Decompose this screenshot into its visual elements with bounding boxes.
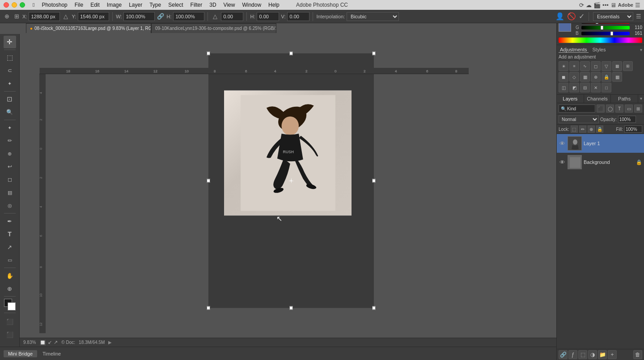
close-button[interactable] xyxy=(4,2,9,8)
menu-layer[interactable]: Layer xyxy=(126,1,145,8)
tool-spot-heal[interactable]: ✦ xyxy=(4,121,16,134)
adj-curves[interactable]: ∿ xyxy=(580,61,590,71)
tool-lasso[interactable]: ⊂ xyxy=(4,64,16,77)
layer-filter-smart[interactable]: ⊞ xyxy=(634,105,642,113)
color-swatches[interactable] xyxy=(4,299,16,310)
new-layer-btn[interactable]: + xyxy=(608,350,617,359)
tool-dodge[interactable]: ◎ xyxy=(4,199,16,212)
tab-document-1[interactable]: ● 08-iStock_000011057163Large.psd @ 9.83… xyxy=(26,23,151,33)
tool-clone[interactable]: ⊕ xyxy=(4,147,16,160)
adj-photo-filter[interactable]: ◇ xyxy=(569,72,579,82)
new-fill-btn[interactable]: ◑ xyxy=(588,350,597,359)
adj-threshold[interactable]: ◫ xyxy=(559,83,568,92)
opacity-input[interactable] xyxy=(618,116,636,123)
adj-gradient-map[interactable]: ◩ xyxy=(569,83,579,92)
menu-apple[interactable]:  xyxy=(30,1,38,8)
v-input[interactable] xyxy=(287,12,309,21)
menu-window[interactable]: Window xyxy=(239,1,264,8)
handle-bottom-right[interactable] xyxy=(372,306,376,310)
blend-mode-dropdown[interactable]: Normal Multiply Screen Overlay xyxy=(559,115,599,123)
adj-color-lookup[interactable]: ⊕ xyxy=(591,72,601,82)
tool-gradient[interactable]: ▤ xyxy=(4,186,16,199)
bottom-tab-mini-bridge[interactable]: Mini Bridge xyxy=(4,350,37,357)
background-visibility[interactable]: 👁 xyxy=(559,159,566,166)
tool-marquee[interactable]: ⬚ xyxy=(4,51,16,64)
layer-filter-shape[interactable]: ▭ xyxy=(625,105,633,113)
layer1-visibility[interactable]: 👁 xyxy=(559,140,566,147)
tool-move[interactable]: ✛ xyxy=(4,36,16,48)
link-layers-btn[interactable]: 🔗 xyxy=(559,350,568,359)
delete-layer-btn[interactable]: 🗑 xyxy=(633,350,642,359)
y-input[interactable] xyxy=(78,12,109,21)
kind-filter[interactable]: 🔍 Kind xyxy=(559,105,595,113)
handle-middle-right[interactable] xyxy=(372,179,376,183)
lock-artboard-btn[interactable]: ⊕ xyxy=(588,126,595,133)
w-input[interactable] xyxy=(123,12,155,21)
layer-item-layer1[interactable]: 👁 Layer 1 xyxy=(557,134,644,153)
layer-filter-adj[interactable]: ◯ xyxy=(606,105,614,113)
adj-4[interactable]: ✕ xyxy=(591,83,601,92)
adj-levels[interactable]: ≡ xyxy=(569,61,579,71)
workspace-dropdown[interactable]: Essentials xyxy=(593,12,633,21)
color-spectrum[interactable] xyxy=(559,38,642,43)
adj-color-balance[interactable]: ⊞ xyxy=(623,61,633,71)
adj-exposure[interactable]: ◻ xyxy=(591,61,601,71)
menu-3d[interactable]: 3D xyxy=(206,1,219,8)
tab-styles[interactable]: Styles xyxy=(591,47,607,53)
adj-hsl[interactable]: ▦ xyxy=(612,61,622,71)
layer-filter-type[interactable]: T xyxy=(615,105,623,113)
maximize-button[interactable] xyxy=(20,2,25,8)
tool-mask-mode[interactable]: ⬛ xyxy=(4,315,16,328)
menu-image[interactable]: Image xyxy=(104,1,125,8)
bottom-tab-timeline[interactable]: Timeline xyxy=(38,350,65,357)
canvas-area[interactable]: 18 16 14 12 10 8 6 4 2 0 2 4 6 8 10 12 xyxy=(20,34,556,347)
handle-top-left[interactable] xyxy=(207,52,210,55)
layer-filter-pixel[interactable]: ⬛ xyxy=(597,105,605,113)
cancel-transform-icon[interactable]: 🚫 xyxy=(567,12,576,21)
h-input[interactable] xyxy=(173,12,204,21)
lock-all-btn[interactable]: 🔒 xyxy=(596,126,603,133)
menu-edit[interactable]: Edit xyxy=(87,1,103,8)
tool-zoom[interactable]: ⊕ xyxy=(4,282,16,295)
menu-photoshop[interactable]: Photoshop xyxy=(38,1,70,8)
tab-paths[interactable]: Paths xyxy=(611,95,638,103)
menu-view[interactable]: View xyxy=(220,1,238,8)
adj-channel-mixer[interactable]: ▦ xyxy=(580,72,590,82)
adj-vibrance[interactable]: ▽ xyxy=(602,61,611,71)
tool-path-select[interactable]: ↗ xyxy=(4,241,16,253)
menu-file[interactable]: File xyxy=(72,1,86,8)
menu-type[interactable]: Type xyxy=(146,1,164,8)
adj-posterize[interactable]: ▦ xyxy=(612,72,622,82)
workspace-menu-icon[interactable]: ☰ xyxy=(636,13,641,20)
tool-eraser[interactable]: ◻ xyxy=(4,173,16,186)
tool-pen[interactable]: ✒ xyxy=(4,215,16,227)
g-slider-thumb[interactable] xyxy=(601,26,603,29)
tool-brush[interactable]: ✏ xyxy=(4,134,16,147)
link-icon[interactable]: 🔗 xyxy=(157,13,165,21)
forward-arrow[interactable]: ▶ xyxy=(108,340,112,345)
tool-history[interactable]: ↩ xyxy=(4,160,16,173)
tool-screen-mode[interactable]: ⬛ xyxy=(4,328,16,341)
menu-help[interactable]: Help xyxy=(265,1,283,8)
lock-pixels-btn[interactable]: ⬚ xyxy=(571,126,578,133)
tab-layers[interactable]: Layers xyxy=(557,95,584,103)
handle-top-center[interactable] xyxy=(289,52,293,55)
background-color[interactable] xyxy=(8,302,16,310)
tab-adjustments[interactable]: Adjustments xyxy=(559,47,589,53)
lock-position-btn[interactable]: ✏ xyxy=(579,126,586,133)
minimize-button[interactable] xyxy=(12,2,17,8)
tool-eyedropper[interactable]: 🔍 xyxy=(4,106,16,118)
nav-arrows[interactable]: 🔲 ↙ ↗ xyxy=(39,339,58,346)
h2-input[interactable] xyxy=(257,12,279,21)
fill-input[interactable] xyxy=(624,126,642,133)
tab-channels[interactable]: Channels xyxy=(584,95,611,103)
layer-item-background[interactable]: 👁 Background 🔒 xyxy=(557,153,644,172)
tab-document-2[interactable]: 09-10KandiceLynn19-306-to-composite.psd … xyxy=(151,23,276,33)
confirm-transform-icon[interactable]: ✓ xyxy=(579,12,585,21)
new-group-btn[interactable]: 📁 xyxy=(598,350,607,359)
adj-5[interactable]: □ xyxy=(602,83,611,92)
interpolation-dropdown[interactable]: Bicubic Bilinear Nearest Neighbor xyxy=(347,12,399,21)
adj-bw[interactable]: ◼ xyxy=(559,72,568,82)
tool-shape[interactable]: ▭ xyxy=(4,254,16,266)
handle-bottom-left[interactable] xyxy=(207,306,210,310)
